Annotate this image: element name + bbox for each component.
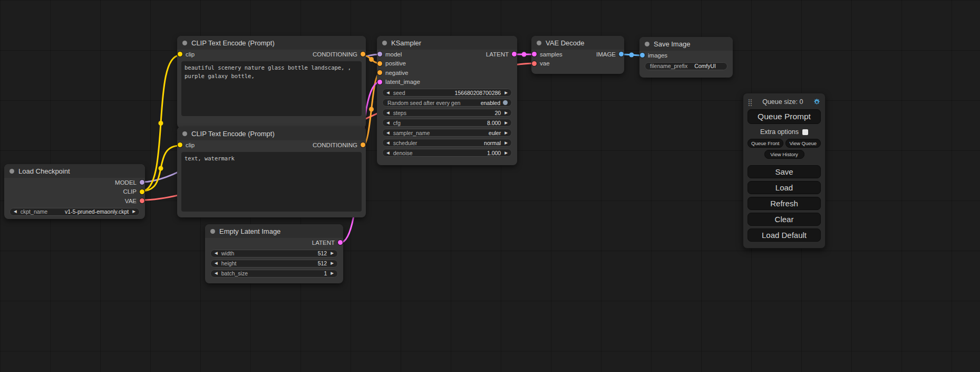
collapse-dot-icon[interactable] xyxy=(210,229,215,234)
prev-arrow-icon[interactable]: ◀ xyxy=(386,91,390,95)
load-default-button[interactable]: Load Default xyxy=(748,228,821,242)
clip-input-port[interactable] xyxy=(178,52,182,56)
node-ksampler[interactable]: KSampler model LATENT positive negative … xyxy=(377,36,517,165)
slot-row: clip CONDITIONING xyxy=(177,140,366,150)
clip-input-port[interactable] xyxy=(178,142,182,147)
next-arrow-icon[interactable]: ▶ xyxy=(504,91,508,95)
next-arrow-icon[interactable]: ▶ xyxy=(504,111,508,115)
next-arrow-icon[interactable]: ▶ xyxy=(504,151,508,155)
node-title-bar[interactable]: KSampler xyxy=(377,36,517,50)
prev-arrow-icon[interactable]: ◀ xyxy=(386,121,390,125)
queue-size-label: Queue size: xyxy=(762,98,798,106)
prev-arrow-icon[interactable]: ◀ xyxy=(386,141,390,145)
collapse-dot-icon[interactable] xyxy=(382,41,387,45)
node-title-bar[interactable]: VAE Decode xyxy=(531,36,624,50)
prev-arrow-icon[interactable]: ◀ xyxy=(215,271,218,275)
next-arrow-icon[interactable]: ▶ xyxy=(504,141,508,145)
node-title-bar[interactable]: CLIP Text Encode (Prompt) xyxy=(177,36,366,50)
prev-arrow-icon[interactable]: ◀ xyxy=(14,209,17,214)
width-widget[interactable]: ◀ width 512 ▶ xyxy=(210,250,338,257)
positive-input-port[interactable] xyxy=(377,61,382,66)
node-load-checkpoint[interactable]: Load Checkpoint MODEL CLIP VAE ◀ ckpt_na… xyxy=(4,164,145,219)
negative-input-port[interactable] xyxy=(377,70,382,75)
height-widget[interactable]: ◀ height 512 ▶ xyxy=(210,260,338,268)
prev-arrow-icon[interactable]: ◀ xyxy=(386,151,390,155)
output-row: CLIP xyxy=(4,187,145,197)
queue-prompt-button[interactable]: Queue Prompt xyxy=(748,109,821,124)
latent-image-input-port[interactable] xyxy=(377,80,382,84)
save-button[interactable]: Save xyxy=(748,165,821,178)
slot-label-images: images xyxy=(648,52,667,59)
prev-arrow-icon[interactable]: ◀ xyxy=(386,131,390,135)
clear-button[interactable]: Clear xyxy=(748,213,821,226)
prev-arrow-icon[interactable]: ◀ xyxy=(215,261,218,265)
refresh-button[interactable]: Refresh xyxy=(748,197,821,210)
latent-output-port[interactable] xyxy=(338,240,343,245)
queue-front-button[interactable]: Queue Front xyxy=(748,139,783,148)
next-arrow-icon[interactable]: ▶ xyxy=(504,121,508,125)
collapse-dot-icon[interactable] xyxy=(182,41,187,45)
wire-conditioning-midpoint-dot xyxy=(369,107,374,112)
load-button[interactable]: Load xyxy=(748,181,821,194)
batch-size-widget[interactable]: ◀ batch_size 1 ▶ xyxy=(210,270,338,278)
prompt-textarea[interactable]: beautiful scenery nature glass bottle la… xyxy=(181,61,362,116)
cfg-widget[interactable]: ◀ cfg 8.000 ▶ xyxy=(382,119,512,127)
model-output-port[interactable] xyxy=(140,180,144,185)
collapse-dot-icon[interactable] xyxy=(645,42,649,46)
prompt-textarea[interactable]: text, watermark xyxy=(181,152,362,212)
toggle-dot-icon[interactable] xyxy=(503,100,508,105)
samples-input-port[interactable] xyxy=(532,52,537,56)
wire-image-midpoint-dot xyxy=(629,53,634,58)
wire-clip-midpoint-dot xyxy=(159,121,163,126)
node-clip-text-encode-negative[interactable]: CLIP Text Encode (Prompt) clip CONDITION… xyxy=(177,127,366,217)
next-arrow-icon[interactable]: ▶ xyxy=(331,251,334,255)
collapse-dot-icon[interactable] xyxy=(537,41,541,45)
node-empty-latent-image[interactable]: Empty Latent Image LATENT ◀ width 512 ▶ … xyxy=(205,224,343,283)
image-output-port[interactable] xyxy=(619,52,624,56)
extra-options-row: Extra options xyxy=(748,128,821,136)
collapse-dot-icon[interactable] xyxy=(182,131,187,136)
collapse-dot-icon[interactable] xyxy=(9,169,14,174)
vae-input-port[interactable] xyxy=(532,61,537,66)
next-arrow-icon[interactable]: ▶ xyxy=(504,131,508,135)
ckpt-name-widget[interactable]: ◀ ckpt_name v1-5-pruned-emaonly.ckpt ▶ xyxy=(9,208,140,216)
node-save-image[interactable]: Save Image images filename_prefix ComfyU… xyxy=(639,37,733,78)
prev-arrow-icon[interactable]: ◀ xyxy=(215,251,218,255)
node-clip-text-encode-positive[interactable]: CLIP Text Encode (Prompt) clip CONDITION… xyxy=(177,36,366,128)
extra-options-checkbox[interactable] xyxy=(802,129,808,135)
conditioning-output-port[interactable] xyxy=(361,142,365,147)
clip-output-port[interactable] xyxy=(140,189,144,194)
node-title-bar[interactable]: Save Image xyxy=(639,37,733,51)
next-arrow-icon[interactable]: ▶ xyxy=(331,261,334,265)
latent-output-port[interactable] xyxy=(512,52,517,56)
model-input-port[interactable] xyxy=(377,52,382,56)
node-title-bar[interactable]: CLIP Text Encode (Prompt) xyxy=(177,127,366,140)
view-history-button[interactable]: View History xyxy=(764,150,804,159)
images-input-port[interactable] xyxy=(640,53,645,58)
prev-arrow-icon[interactable]: ◀ xyxy=(386,111,390,115)
node-vae-decode[interactable]: VAE Decode samples IMAGE vae xyxy=(531,36,624,74)
view-queue-button[interactable]: View Queue xyxy=(785,139,821,148)
slot-label-clip: clip xyxy=(186,142,195,148)
drag-handle-icon[interactable]: ⣿ xyxy=(748,98,753,106)
conditioning-output-port[interactable] xyxy=(361,52,365,56)
widget-value: 156680208700286 xyxy=(455,90,501,96)
slot-label-latent-image: latent_image xyxy=(385,79,420,85)
vae-output-port[interactable] xyxy=(140,198,144,203)
steps-widget[interactable]: ◀ steps 20 ▶ xyxy=(382,109,512,117)
node-title-bar[interactable]: Empty Latent Image xyxy=(205,224,343,238)
next-arrow-icon[interactable]: ▶ xyxy=(331,271,334,275)
slot-label-positive: positive xyxy=(385,60,406,66)
filename-prefix-widget[interactable]: filename_prefix ComfyUI xyxy=(645,62,727,70)
next-arrow-icon[interactable]: ▶ xyxy=(132,209,135,214)
scheduler-widget[interactable]: ◀ scheduler normal ▶ xyxy=(382,139,512,147)
node-title-bar[interactable]: Load Checkpoint xyxy=(4,164,145,178)
random-seed-toggle-widget[interactable]: Random seed after every gen enabled xyxy=(382,99,512,107)
seed-widget[interactable]: ◀ seed 156680208700286 ▶ xyxy=(382,89,512,97)
slot-row: vae xyxy=(531,59,624,69)
sampler-name-widget[interactable]: ◀ sampler_name euler ▶ xyxy=(382,129,512,137)
settings-gear-icon[interactable] xyxy=(813,98,821,106)
denoise-widget[interactable]: ◀ denoise 1.000 ▶ xyxy=(382,149,512,157)
slot-row: model LATENT xyxy=(377,50,517,59)
queue-buttons-row: Queue Front View Queue xyxy=(748,139,821,148)
